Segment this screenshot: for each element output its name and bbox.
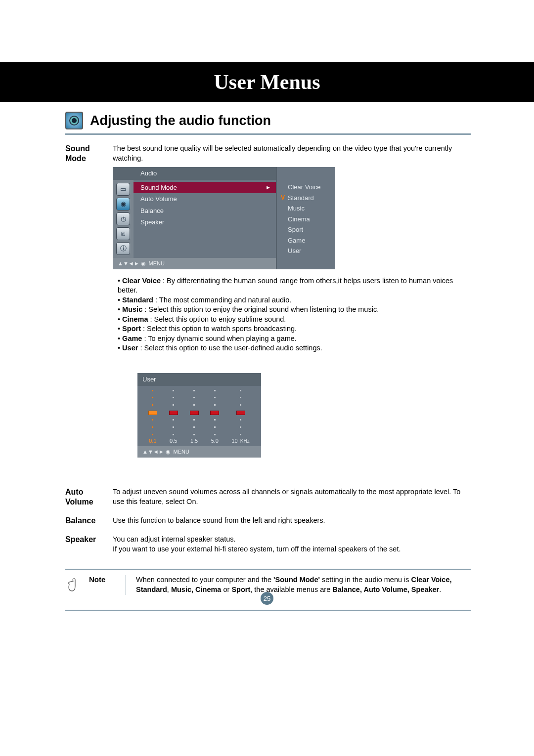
slider-knob[interactable] [190,411,199,415]
slider-knob[interactable] [169,411,178,415]
submenu-item[interactable]: Cinema [281,214,331,225]
submenu-item[interactable]: Music [281,203,331,214]
page-content: Adjusting the audio function Sound Mode … [65,112,471,616]
osd-menu-list: Sound Mode ► Auto Volume Balance Speaker [134,180,276,258]
osd-panel: Audio ▭ ◉ ◷ ⎚ ⓘ Sound Mode ► [113,167,276,269]
sound-mode-row: Sound Mode The best sound tone quality w… [65,144,471,458]
submenu-item[interactable]: User [281,246,331,256]
eq-band-2[interactable]: 1.5 [190,390,198,445]
submenu-item-checked[interactable]: Standard [281,193,331,204]
speaker-text: You can adjust internal speaker status. … [113,535,471,554]
eq-band-4[interactable]: 10 KHz [232,390,250,445]
submenu-item[interactable]: Clear Voice [281,182,331,193]
note-text: When connected to your computer and the … [136,575,471,594]
divider [65,569,471,570]
balance-label: Balance [65,516,113,526]
eq-band-1[interactable]: 0.5 [170,390,177,445]
label-text: Sound [65,144,113,154]
eq-band-label: 0.5 [170,435,177,445]
definitions: Auto Volume To adjust uneven sound volum… [65,487,471,554]
balance-text: Use this function to balance sound from … [113,516,471,526]
section-title: Adjusting the audio function [90,113,271,128]
sound-mode-intro: The best sound tone quality will be sele… [113,144,471,163]
sound-mode-body: The best sound tone quality will be sele… [113,144,471,458]
chevron-right-icon: ► [266,184,271,191]
desc-clear-voice: • Clear Voice : By differentiating the h… [118,276,471,295]
eq-band-label: 10 KHz [232,435,250,445]
menu-label: MENU [174,448,189,456]
slider-knob[interactable] [236,411,245,415]
desc-user: • User : Select this option to use the u… [118,343,471,353]
desc-standard: • Standard : The most commanding and nat… [118,295,471,305]
eq-footer: ▲▼◄► ◉ MENU [137,446,261,458]
osd-item-label: Speaker [140,218,164,227]
page-number: 25 [261,592,273,605]
speaker-label: Speaker [65,535,113,545]
osd-screenshot: Audio ▭ ◉ ◷ ⎚ ⓘ Sound Mode ► [113,167,471,269]
audio-icon: ◉ [116,198,130,210]
auto-volume-row: Auto Volume To adjust uneven sound volum… [65,487,471,507]
slider-knob[interactable] [210,411,219,415]
osd-item-balance[interactable]: Balance [134,205,276,217]
divider [126,575,126,594]
mode-descriptions: • Clear Voice : By differentiating the h… [118,276,471,354]
info-icon: ⓘ [116,242,130,255]
osd-category-icons: ▭ ◉ ◷ ⎚ ⓘ [113,180,134,258]
menu-label: MENU [149,260,165,267]
osd-item-auto-volume[interactable]: Auto Volume [134,193,276,205]
divider [65,133,471,135]
eq-band-label: 1.5 [190,435,198,445]
equalizer-screenshot: User 0.1 [137,373,261,458]
eq-band-label: 5.0 [211,435,219,445]
osd-item-label: Balance [140,207,164,215]
osd-item-label: Auto Volume [140,195,177,204]
eq-band-3[interactable]: 5.0 [211,390,219,445]
picture-icon: ▭ [116,183,130,196]
speaker-row: Speaker You can adjust internal speaker … [65,535,471,554]
osd-item-speaker[interactable]: Speaker [134,216,276,228]
eq-body: 0.1 0.5 [137,386,261,447]
option-icon: ⎚ [116,227,130,240]
nav-arrows-icon: ▲▼◄► ◉ [142,448,171,456]
section-header: Adjusting the audio function [65,112,471,129]
submenu-item[interactable]: Game [281,235,331,246]
hand-point-icon [65,575,82,594]
desc-game: • Game : To enjoy dynamic sound when pla… [118,334,471,344]
desc-cinema: • Cinema : Select this option to enjoy s… [118,315,471,325]
balance-row: Balance Use this function to balance sou… [65,516,471,526]
osd-item-label: Sound Mode [140,183,177,192]
audio-icon [65,112,83,129]
nav-arrows-icon: ▲▼◄► ◉ [118,260,146,267]
auto-volume-text: To adjust uneven sound volumes across al… [113,487,471,506]
label-text: Mode [65,154,113,164]
chapter-banner: User Menus [0,62,534,102]
sound-mode-label: Sound Mode [65,144,113,164]
osd-submenu: Clear Voice Standard Music Cinema Sport … [276,167,335,269]
osd-footer: ▲▼◄► ◉ MENU [113,258,276,269]
submenu-item[interactable]: Sport [281,224,331,235]
divider [65,610,471,611]
auto-volume-label: Auto Volume [65,487,113,507]
eq-band-0[interactable]: 0.1 [149,390,156,445]
eq-title: User [137,373,261,386]
desc-sport: • Sport : Select this option to watch sp… [118,324,471,334]
slider-knob[interactable] [148,411,157,415]
eq-band-label: 0.1 [149,435,156,445]
desc-music: • Music : Select this option to enjoy th… [118,305,471,315]
chapter-title: User Menus [214,71,320,93]
note-label: Note [89,575,116,584]
time-icon: ◷ [116,212,130,225]
osd-item-sound-mode[interactable]: Sound Mode ► [134,182,276,194]
osd-title: Audio [113,167,276,180]
